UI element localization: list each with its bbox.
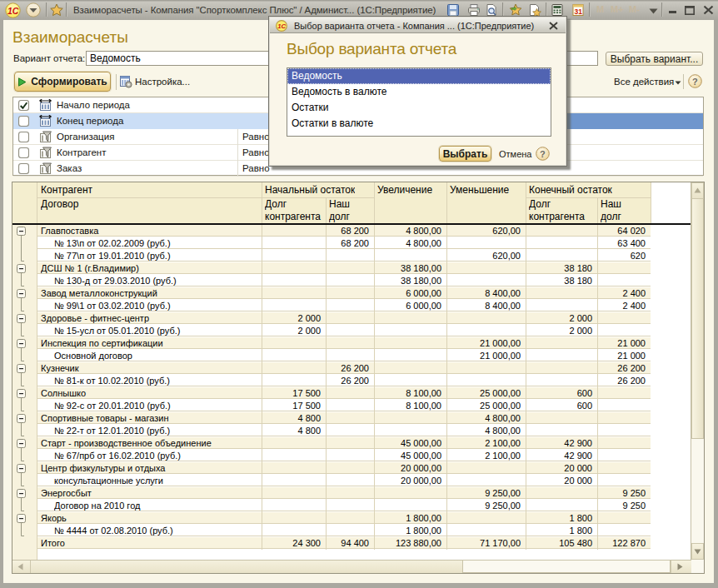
svg-text:?: ? [540,149,546,159]
svg-text:31: 31 [575,7,583,16]
svg-text:1С: 1С [277,22,286,30]
svg-text:1С: 1С [7,6,19,16]
svg-text:?: ? [692,77,698,87]
